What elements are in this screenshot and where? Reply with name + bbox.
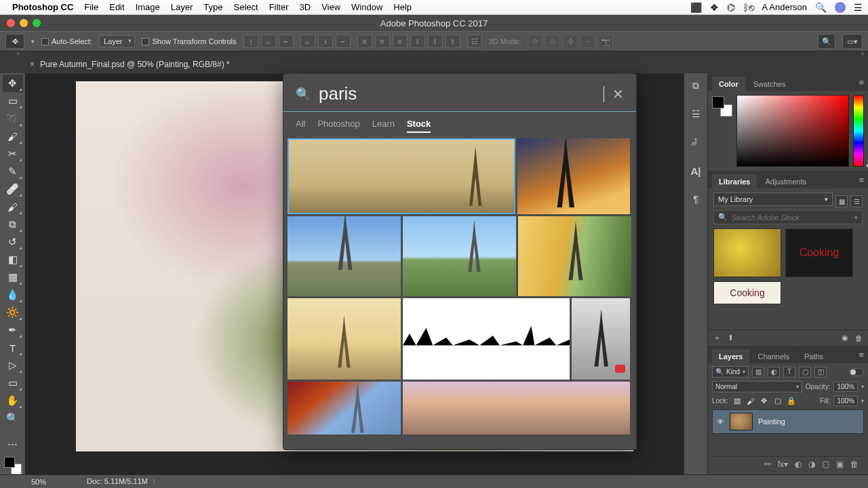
hue-slider[interactable] [853,95,864,167]
menu-file[interactable]: File [84,2,98,12]
group-icon[interactable]: ▢ [822,460,829,469]
lock-all-icon[interactable]: 🔒 [786,396,797,406]
filter-type-icon[interactable]: T [783,367,795,378]
lock-pixels-icon[interactable]: 🖌 [745,396,756,406]
tab-libraries[interactable]: Libraries [712,174,757,188]
library-search[interactable]: 🔍 ▾ [713,210,863,224]
marquee-tool[interactable]: ▭ [3,92,23,110]
stock-result[interactable] [403,216,516,296]
library-asset[interactable]: Cooking [785,228,853,277]
align-right-edges-icon[interactable]: ⫟ [279,35,294,48]
shape-tool[interactable]: ▭ [3,374,23,392]
current-tool-preset[interactable]: ✥ [5,34,24,49]
library-search-input[interactable] [732,214,850,222]
stock-result[interactable] [403,382,630,434]
add-content-icon[interactable]: ＋ [713,333,721,343]
menu-layer[interactable]: Layer [171,2,193,12]
blend-mode-select[interactable]: Normal▾ [712,381,802,392]
menu-help[interactable]: Help [393,2,412,12]
character-panel-icon[interactable]: A↕ [688,134,704,150]
tab-channels[interactable]: Channels [751,349,795,363]
close-document-icon[interactable]: × [30,60,35,69]
search-tab-stock[interactable]: Stock [407,119,431,133]
menu-3d[interactable]: 3D [300,2,311,12]
delete-layer-icon[interactable]: 🗑 [850,460,859,469]
link-layers-icon[interactable]: ⚯ [764,460,771,469]
color-panel-swatch[interactable] [712,96,732,117]
fill-value[interactable]: 100% [833,396,858,406]
clone-stamp-tool[interactable]: ⧉ [3,216,23,233]
doc-info-chevron-icon[interactable]: 〉 [152,477,159,485]
path-select-tool[interactable]: ▷ [3,357,23,374]
distribute-vcenter-icon[interactable]: ≡ [375,35,390,48]
grid-view-icon[interactable]: ▦ [835,195,848,207]
dropbox-icon[interactable]: ❖ [710,2,719,13]
auto-select-target[interactable]: Layer [99,35,136,47]
align-horizontal-centers-icon[interactable]: ⫠ [261,35,276,48]
notification-center-icon[interactable]: ☰ [854,2,863,13]
dodge-tool[interactable]: 🔆 [3,304,23,321]
lock-artboard-icon[interactable]: ▢ [772,396,783,406]
app-menu[interactable]: Photoshop CC [12,2,73,12]
menu-type[interactable]: Type [203,2,222,12]
layer-name[interactable]: Painting [758,418,785,426]
tab-color[interactable]: Color [712,77,745,91]
filter-shape-icon[interactable]: ▢ [799,367,811,378]
close-search-icon[interactable]: ✕ [612,86,624,102]
foreground-background-swatch[interactable] [4,457,22,474]
library-selector[interactable]: My Library▾ [713,192,833,206]
stock-result[interactable] [517,138,630,214]
stock-result[interactable] [288,138,515,214]
layer-row[interactable]: 👁 Painting [712,409,864,434]
move-tool[interactable]: ✥ [3,75,23,92]
search-button[interactable]: 🔍 [818,34,835,49]
layer-filter-type[interactable]: 🔍Kind▾ [712,366,749,378]
lock-position-icon[interactable]: ✥ [759,396,770,406]
blur-tool[interactable]: 💧 [3,286,23,304]
quick-select-tool[interactable]: 🖌 [3,127,23,145]
crop-tool[interactable]: ✂ [3,145,23,163]
paragraph-panel-icon[interactable]: A| [688,163,704,179]
history-brush-tool[interactable]: ↺ [3,233,23,251]
panel-menu-icon[interactable]: ≡ [859,350,864,360]
gradient-tool[interactable]: ▦ [3,268,23,286]
opacity-dropdown-icon[interactable]: ▾ [861,384,864,390]
filter-smart-icon[interactable]: ◫ [814,367,827,378]
upload-icon[interactable]: ⬆ [728,333,734,342]
align-bottom-edges-icon[interactable]: ⫟ [336,35,351,48]
doc-info[interactable]: Doc: 5.11M/5.11M [87,477,148,485]
align-top-edges-icon[interactable]: ⫠ [300,35,315,48]
user-name[interactable]: A Anderson [762,2,808,12]
creative-cloud-icon[interactable]: ⌬ [727,2,735,13]
search-input[interactable] [319,83,599,104]
bluetooth-icon[interactable]: ᛒ⎋ [743,2,754,13]
window-close-button[interactable] [7,19,15,27]
distribute-left-icon[interactable]: ⦀ [410,35,425,48]
show-transform-checkbox[interactable]: Show Transform Controls [142,37,236,46]
library-asset[interactable]: Cooking [713,281,781,304]
filter-pixel-icon[interactable]: ▧ [752,367,764,378]
stock-result[interactable] [288,216,401,296]
stock-result[interactable] [403,298,570,380]
screen-record-icon[interactable]: ⬛ [690,2,702,13]
search-tab-photoshop[interactable]: Photoshop [317,119,359,133]
lock-transparency-icon[interactable]: ▧ [732,396,743,406]
zoom-level[interactable]: 50% [31,478,46,486]
eraser-tool[interactable]: ◧ [3,251,23,268]
glyphs-panel-icon[interactable]: ¶ [688,191,704,207]
healing-brush-tool[interactable]: 🩹 [3,180,23,198]
menu-view[interactable]: View [321,2,340,12]
tab-adjustments[interactable]: Adjustments [758,174,813,188]
menu-edit[interactable]: Edit [109,2,124,12]
distribute-hcenter-icon[interactable]: ⦀ [428,35,443,48]
color-field[interactable] [736,95,849,167]
menu-select[interactable]: Select [233,2,258,12]
tool-preset-dropdown-icon[interactable]: ▾ [31,38,35,45]
window-zoom-button[interactable] [33,19,41,27]
stock-result[interactable] [572,298,630,380]
new-layer-icon[interactable]: ▣ [836,460,844,469]
hand-tool[interactable]: ✋ [3,392,23,409]
library-asset[interactable] [713,228,781,277]
properties-panel-icon[interactable]: ☱ [688,106,704,122]
distribute-bottom-icon[interactable]: ≡ [393,35,408,48]
